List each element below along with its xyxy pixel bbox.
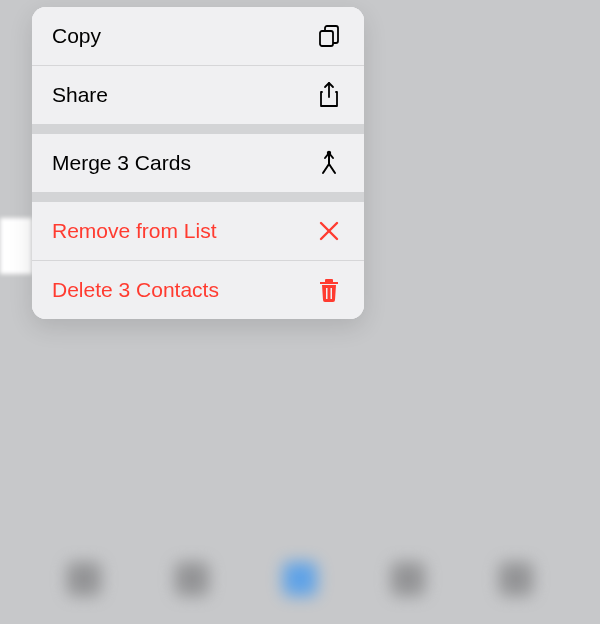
menu-section-gap: [32, 192, 364, 202]
share-menu-item[interactable]: Share: [32, 66, 364, 124]
merge-menu-item[interactable]: Merge 3 Cards: [32, 134, 364, 192]
close-icon: [316, 218, 342, 244]
tab-item-active[interactable]: [283, 562, 317, 596]
tab-item[interactable]: [499, 562, 533, 596]
share-label: Share: [52, 83, 108, 107]
copy-label: Copy: [52, 24, 101, 48]
trash-icon: [316, 277, 342, 303]
tab-item[interactable]: [175, 562, 209, 596]
menu-section-gap: [32, 124, 364, 134]
delete-contacts-label: Delete 3 Contacts: [52, 278, 219, 302]
copy-menu-item[interactable]: Copy: [32, 7, 364, 65]
merge-icon: [316, 150, 342, 176]
menu-section-standard: Copy Share: [32, 7, 364, 124]
context-menu: Copy Share Merge 3 Cards: [32, 7, 364, 319]
background-selection-strip: [0, 218, 32, 274]
menu-section-destructive: Remove from List Delete 3 Contacts: [32, 202, 364, 319]
remove-from-list-label: Remove from List: [52, 219, 217, 243]
copy-icon: [316, 23, 342, 49]
delete-contacts-menu-item[interactable]: Delete 3 Contacts: [32, 261, 364, 319]
share-icon: [316, 82, 342, 108]
tab-item[interactable]: [391, 562, 425, 596]
merge-label: Merge 3 Cards: [52, 151, 191, 175]
remove-from-list-menu-item[interactable]: Remove from List: [32, 202, 364, 260]
menu-section-merge: Merge 3 Cards: [32, 134, 364, 192]
svg-rect-0: [320, 31, 333, 46]
svg-point-1: [328, 152, 330, 154]
tab-item[interactable]: [67, 562, 101, 596]
tab-bar: [0, 544, 600, 624]
